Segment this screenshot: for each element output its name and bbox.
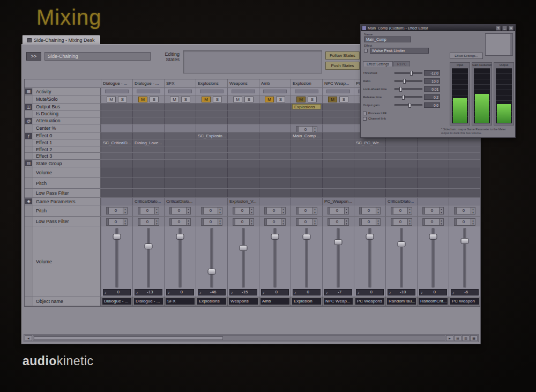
effect-slot-value[interactable]: SC_PC_We... — [356, 140, 385, 145]
mute-button[interactable]: M — [107, 97, 116, 102]
minimize-button[interactable]: _ — [502, 26, 507, 31]
spinner-down-icon[interactable]: ▾ — [281, 222, 285, 225]
volume-db-value[interactable]: -13 — [139, 290, 161, 295]
volume-db-value[interactable]: -7 — [329, 290, 351, 295]
zoom-out-icon[interactable]: ▥ — [462, 335, 470, 341]
object-name[interactable]: RandomCrit... — [419, 298, 448, 305]
mute-button[interactable]: M — [265, 97, 274, 102]
volume-db-value[interactable]: 0 — [297, 290, 319, 295]
volume-db-value[interactable]: 0 — [266, 290, 288, 295]
value-spinner[interactable]: 0▴▾ — [138, 207, 159, 215]
fader-knob[interactable] — [429, 234, 437, 240]
param-slider[interactable] — [394, 96, 422, 98]
spinner-down-icon[interactable]: ▾ — [408, 211, 412, 214]
spinner-value[interactable]: 0 — [204, 208, 218, 214]
param-slider-thumb[interactable] — [399, 87, 402, 92]
fader-knob[interactable] — [240, 245, 248, 251]
game-parameter-value[interactable]: CriticalDialo... — [135, 199, 163, 204]
spinner-down-icon[interactable]: ▾ — [123, 222, 127, 225]
spinner-value[interactable]: 0 — [299, 127, 312, 132]
fader-knob[interactable] — [334, 239, 343, 245]
notes-box[interactable] — [485, 33, 513, 56]
column-header[interactable]: Dialogue - ... — [132, 79, 164, 87]
channel-link-checkbox[interactable] — [363, 117, 367, 121]
spinner-down-icon[interactable]: ▾ — [250, 222, 254, 225]
spinner-down-icon[interactable]: ▾ — [313, 222, 317, 225]
value-spinner[interactable]: 0▴▾ — [391, 207, 412, 215]
horizontal-scrollbar[interactable]: ◄ ► ▤ ▥ ▦ — [24, 334, 479, 342]
spinner-down-icon[interactable]: ▾ — [376, 211, 380, 214]
param-slider[interactable] — [394, 88, 422, 90]
spinner-value[interactable]: 0 — [235, 219, 249, 225]
solo-button[interactable]: S — [276, 97, 285, 102]
tab-effect-settings[interactable]: Effect Settings — [363, 61, 393, 66]
param-slider[interactable] — [394, 104, 422, 106]
value-spinner[interactable]: 0▴▾ — [264, 207, 286, 215]
push-states-button[interactable]: Push States — [325, 62, 360, 70]
param-slider-thumb[interactable] — [402, 95, 405, 100]
value-spinner[interactable]: 0▴▾ — [454, 207, 475, 215]
solo-button[interactable]: S — [213, 97, 222, 102]
tab-rtpc[interactable]: RTPC — [393, 61, 411, 66]
object-name[interactable]: Dialogue - ... — [134, 298, 163, 305]
effect-editor-titlebar[interactable]: Main_Comp (Custom) - Effect Editor ? _ ✕ — [361, 25, 515, 31]
spinner-value[interactable]: 0 — [393, 219, 407, 225]
scrollbar-track[interactable] — [33, 335, 445, 341]
spinner-value[interactable]: 0 — [330, 219, 344, 225]
object-name[interactable]: Weapons — [229, 298, 258, 305]
spinner-value[interactable]: 0 — [140, 208, 154, 214]
session-name-field[interactable]: Side-Chaining — [44, 52, 151, 61]
mute-button[interactable]: M — [202, 97, 211, 102]
value-spinner[interactable]: 0▴▾ — [327, 218, 349, 226]
volume-db-value[interactable]: -15 — [234, 290, 256, 295]
column-header[interactable]: Weapons — [227, 79, 259, 87]
volume-db-value[interactable]: 0 — [171, 290, 193, 295]
spinner-value[interactable]: 0 — [109, 208, 123, 214]
fader-track[interactable] — [211, 228, 213, 287]
spinner-value[interactable]: 0 — [457, 208, 471, 214]
spinner-down-icon[interactable]: ▾ — [440, 222, 443, 225]
scroll-left-icon[interactable]: ◄ — [25, 335, 32, 341]
fader-knob[interactable] — [271, 234, 279, 240]
spinner-value[interactable]: 0 — [235, 208, 249, 214]
spinner-value[interactable]: 0 — [267, 208, 281, 214]
effect-slot-value[interactable]: Main_Comp ... — [293, 134, 322, 138]
fader-knob[interactable] — [303, 234, 311, 240]
value-spinner[interactable]: 0▴▾ — [233, 207, 254, 215]
object-name[interactable]: Explosions — [197, 298, 226, 305]
spinner-down-icon[interactable]: ▾ — [187, 222, 190, 225]
param-value[interactable]: -12.0 — [424, 70, 440, 76]
shareset-checkbox[interactable] — [364, 49, 368, 53]
param-slider-thumb[interactable] — [408, 103, 411, 108]
mute-button[interactable]: M — [138, 97, 147, 102]
spinner-value[interactable]: 0 — [140, 219, 154, 225]
spinner-value[interactable]: 0 — [172, 219, 186, 225]
spinner-down-icon[interactable]: ▾ — [345, 211, 348, 214]
zoom-in-icon[interactable]: ▦ — [470, 335, 478, 341]
spinner-down-icon[interactable]: ▾ — [345, 222, 348, 225]
object-name[interactable]: PC Weapon — [450, 298, 479, 305]
fader-knob[interactable] — [366, 234, 374, 240]
expand-button[interactable]: >> — [26, 52, 41, 61]
spinner-down-icon[interactable]: ▾ — [187, 211, 190, 214]
column-header[interactable]: Dialogue - ... — [101, 79, 132, 87]
fader-knob[interactable] — [145, 243, 153, 249]
spinner-down-icon[interactable]: ▾ — [281, 211, 285, 214]
object-name[interactable]: PC Weapons — [355, 298, 384, 305]
param-slider[interactable] — [394, 80, 422, 82]
mixing-desk-tab[interactable]: Side-Chaining - Mixing Desk — [23, 35, 100, 44]
value-spinner[interactable]: 0▴▾ — [106, 207, 128, 215]
fader-track[interactable] — [242, 228, 245, 287]
fader-track[interactable] — [400, 228, 403, 287]
value-spinner[interactable]: 0▴▾ — [233, 218, 254, 226]
value-spinner[interactable]: 0▴▾ — [454, 218, 475, 226]
fader-knob[interactable] — [113, 234, 121, 240]
mute-button[interactable]: M — [170, 97, 179, 102]
column-header[interactable]: Amb — [259, 79, 291, 87]
column-header[interactable]: NPC Weap... — [322, 79, 354, 87]
spinner-down-icon[interactable]: ▾ — [155, 211, 159, 214]
param-value[interactable]: 10.0 — [424, 78, 440, 84]
object-name[interactable]: Explosion — [292, 298, 321, 305]
game-parameter-value[interactable]: CriticalDialo... — [388, 199, 416, 204]
param-value[interactable]: 0.2 — [424, 94, 440, 100]
